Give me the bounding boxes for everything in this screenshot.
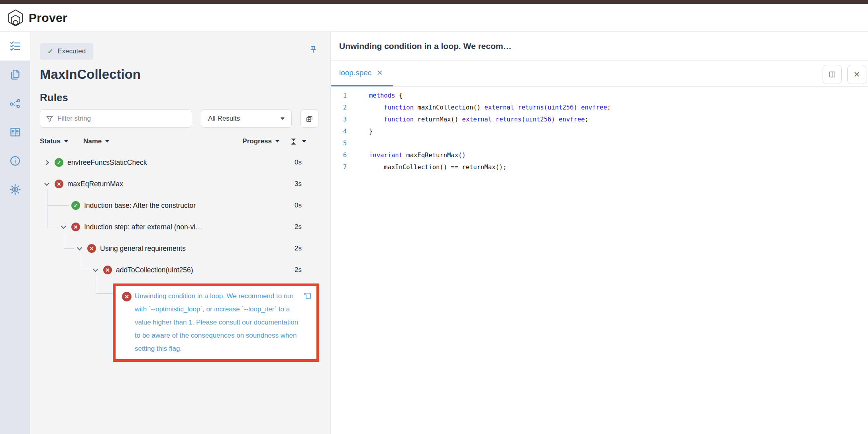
hourglass-icon — [290, 138, 297, 145]
rules-panel: ✓ Executed MaxInCollection Rules All Res… — [30, 32, 331, 434]
close-panel-button[interactable]: ✕ — [847, 65, 866, 84]
tree-connector — [47, 227, 58, 227]
code-line: 5 — [331, 137, 868, 149]
code-text: maxInCollection() == returnMax(); — [366, 161, 507, 173]
tree-connector — [80, 270, 90, 270]
column-name[interactable]: Name — [83, 137, 102, 145]
code-line: 4} — [331, 125, 868, 137]
code-text: methods { — [366, 90, 403, 102]
code-line: 3 function returnMax() external returns(… — [331, 113, 868, 125]
sidebar-item-call-graph[interactable] — [0, 89, 30, 118]
rule-name: Using general requirements — [100, 244, 186, 253]
pin-panel-button[interactable] — [308, 45, 318, 57]
line-number: 1 — [331, 90, 347, 102]
status-verified-icon: ✓ — [71, 201, 80, 210]
tree-connector — [80, 254, 80, 270]
status-badge-label: Executed — [57, 47, 86, 55]
settings-gear-icon — [9, 184, 21, 195]
code-text — [366, 137, 369, 149]
rule-duration: 2s — [295, 244, 319, 252]
rule-name: Induction step: after external (non-vi… — [84, 223, 202, 231]
close-icon: ✕ — [854, 70, 860, 79]
docs-book-icon — [9, 126, 21, 138]
copy-plus-icon — [305, 115, 314, 123]
rule-row[interactable]: ✕maxEqReturnMax3s — [40, 173, 319, 195]
results-filter-value: All Results — [208, 115, 240, 123]
copy-icon — [303, 291, 312, 301]
tree-connector — [47, 189, 47, 227]
brand-title: Prover — [29, 11, 67, 25]
sidebar-item-settings[interactable] — [0, 175, 30, 204]
status-verified-icon: ✓ — [55, 158, 63, 167]
caret-placeholder — [60, 202, 67, 209]
code-line: 2 function maxInCollection() external re… — [331, 102, 868, 113]
tab-close-icon[interactable]: ✕ — [377, 68, 383, 77]
status-badge: ✓ Executed — [40, 43, 93, 60]
filter-string-input[interactable] — [57, 115, 186, 123]
chevron-down-icon — [281, 117, 285, 120]
rules-table-header: Status Name Progress — [40, 137, 306, 146]
tree-connector — [96, 275, 96, 293]
code-text: invariant maxEqReturnMax() — [366, 149, 466, 161]
info-icon — [9, 155, 21, 167]
line-number: 3 — [331, 113, 347, 125]
sidebar-item-rules[interactable] — [0, 32, 30, 61]
code-text: } — [366, 125, 373, 137]
sidebar-item-documentation[interactable] — [0, 118, 30, 147]
results-filter-select[interactable]: All Results — [201, 109, 292, 128]
split-columns-icon — [828, 70, 837, 79]
detail-header: Unwinding condition in a loop. We recom… — [331, 32, 868, 61]
rule-row[interactable]: ✓Induction base: After the constructor0s — [40, 195, 319, 216]
filter-row: All Results — [40, 109, 330, 128]
sidebar-item-info[interactable] — [0, 147, 30, 175]
code-line: 6invariant maxEqReturnMax() — [331, 149, 868, 161]
rules-section-title: Rules — [40, 91, 330, 104]
line-number: 7 — [331, 161, 347, 173]
tree-connector — [64, 248, 74, 249]
detail-title: Unwinding condition in a loop. We recom… — [339, 41, 511, 51]
filter-funnel-icon — [46, 115, 53, 123]
status-violated-icon: ✕ — [71, 223, 80, 231]
top-accent-strip — [0, 0, 868, 4]
split-view-button[interactable] — [823, 65, 842, 84]
tree-expanded-caret-icon[interactable] — [92, 266, 99, 274]
status-violated-icon: ✕ — [87, 244, 96, 253]
tree-collapsed-caret-icon[interactable] — [43, 159, 51, 166]
rule-duration: 2s — [295, 223, 319, 231]
line-number: 4 — [331, 125, 347, 137]
filter-input-wrapper — [40, 109, 192, 128]
sort-caret-icon[interactable] — [275, 140, 279, 143]
violation-message-box[interactable]: ✕ Unwinding condition in a loop. We reco… — [113, 283, 319, 362]
code-viewer[interactable]: 1methods {2 function maxInCollection() e… — [331, 87, 868, 173]
rule-duration: 0s — [295, 201, 319, 209]
sort-caret-icon[interactable] — [64, 140, 68, 143]
code-text: function returnMax() external returns(ui… — [366, 113, 589, 125]
rule-row[interactable]: ✓envfreeFuncsStaticCheck0s — [40, 152, 319, 173]
rule-row[interactable]: ✕Using general requirements2s — [40, 238, 319, 259]
column-status[interactable]: Status — [40, 137, 61, 145]
rule-duration: 2s — [295, 266, 319, 274]
sort-caret-icon[interactable] — [302, 140, 306, 143]
tree-connector — [96, 293, 113, 294]
call-graph-icon — [9, 98, 21, 109]
tree-expanded-caret-icon[interactable] — [60, 223, 67, 231]
code-text: function maxInCollection() external retu… — [366, 102, 611, 113]
column-progress[interactable]: Progress — [242, 137, 272, 145]
duration-column-button[interactable] — [290, 138, 297, 145]
rules-checklist-icon — [10, 41, 21, 52]
tab-label: loop.spec — [339, 68, 371, 77]
pushpin-icon — [308, 45, 318, 55]
detail-panel: Unwinding condition in a loop. We recom…… — [331, 32, 868, 434]
sidebar-item-files[interactable] — [0, 61, 30, 89]
copy-message-button[interactable] — [303, 291, 312, 302]
editor-tab-bar: loop.spec ✕ ✕ — [331, 61, 868, 87]
rule-name: addToCollection(uint256) — [116, 266, 193, 274]
expand-results-button[interactable] — [300, 109, 318, 128]
tree-expanded-caret-icon[interactable] — [76, 245, 83, 252]
status-violated-icon: ✕ — [122, 292, 132, 301]
sort-caret-icon[interactable] — [105, 140, 109, 143]
tab-loop-spec[interactable]: loop.spec ✕ — [331, 61, 393, 86]
tree-expanded-caret-icon[interactable] — [43, 180, 51, 188]
rule-row[interactable]: ✕Induction step: after external (non-vi…… — [40, 216, 319, 238]
line-number: 5 — [331, 137, 347, 149]
